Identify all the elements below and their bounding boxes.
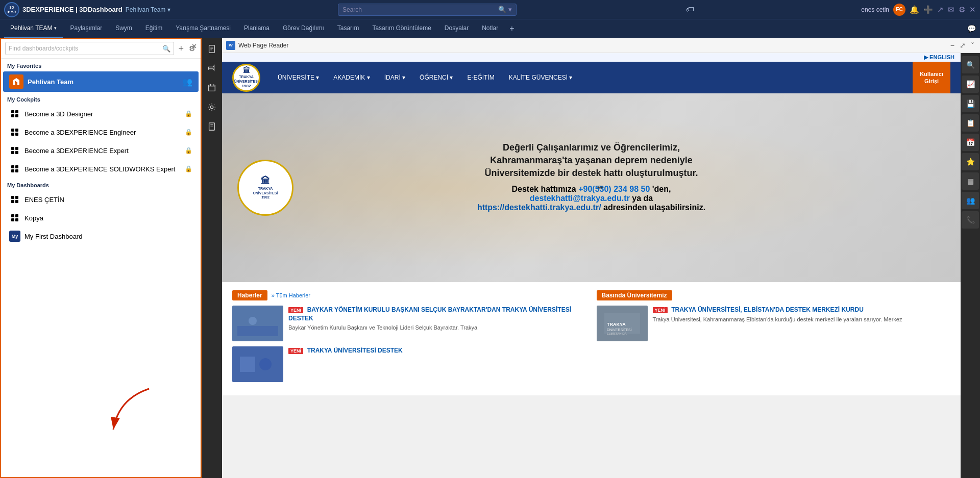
tab-planlama[interactable]: Planlama [238,19,276,38]
news-headline-0[interactable]: BAYKAR YÖNETİM KURULU BAŞKANI SELÇUK BAY… [288,306,571,322]
search-icon[interactable]: 🔍 [498,6,506,13]
tab-gorev[interactable]: Görev Dağılımı [277,19,330,38]
tools-icon[interactable]: ⚙ [959,5,965,14]
bookmark-icon[interactable]: 🏷 [686,5,694,14]
dashboard-label-2: My First Dashboard [24,233,192,240]
news-header: Haberler » Tüm Haberler [232,290,586,300]
tab-swym[interactable]: Swym [109,19,138,38]
dashboard-label-0: ENES ÇETİN [24,196,192,204]
cockpit-grid-icon-2 [9,145,20,156]
team-selector[interactable]: Pehlivan Team ▾ [126,6,171,13]
team-name: Pehlivan Team [126,6,166,13]
rs-phone-button[interactable]: 📞 [962,211,979,229]
nav-akademik[interactable]: AKADEMİK ▾ [326,62,377,93]
nav-login[interactable]: KullanıcıGirişi [913,62,950,93]
rs-people-button[interactable]: 👥 [962,192,979,209]
rs-doc-button[interactable]: 📋 [962,114,979,132]
wpr-icon: W [226,41,235,50]
press-content-0: YENİ TRAKYA ÜNİVERSİTESİ, ELBİSTAN'DA DE… [653,306,951,341]
content-area: W Web Page Reader − ⤢ ˅ ▶ ENGLISH [222,38,980,478]
dashboard-grid-icon-1 [9,212,20,223]
cockpit-item-0[interactable]: Become a 3D Designer 🔒 [3,105,199,122]
cursor-indicator: ⌖ [375,182,603,193]
left-toolbar [202,38,222,478]
press-badge: Basında Üniversitemiz [597,290,672,300]
chat-icon[interactable]: 💬 [967,24,976,33]
send-icon[interactable]: ✉ [948,5,954,14]
news-headline-1[interactable]: TRAKYA ÜNİVERSİTESİ DESTEK [307,347,403,354]
user-avatar[interactable]: FC [893,4,905,16]
news-badge: Haberler [232,290,267,300]
tab-pehlivan-team[interactable]: Pehlivan TEAM ▾ [4,19,63,38]
cockpit-item-3[interactable]: Become a 3DEXPERIENCE SOLIDWORKS Expert … [3,160,199,178]
dashboard-item-2[interactable]: My My First Dashboard [3,228,199,245]
rs-table-button[interactable]: ▦ [962,172,979,190]
nav-universite[interactable]: ÜNİVERSİTE ▾ [271,62,326,93]
toolbar-settings-icon[interactable] [203,98,221,116]
dashboard-item-0[interactable]: ENES ÇETİN [3,191,199,208]
rs-star-button[interactable]: ⭐ [962,153,979,170]
toolbar-announcement-icon[interactable] [203,59,221,78]
wpr-maximize-button[interactable]: ⤢ [958,41,967,49]
cockpit-label-0: Become a 3D Designer [24,110,181,118]
lock-icon-1: 🔒 [185,129,192,136]
tab-dosyalar[interactable]: Dosyalar [438,19,475,38]
dashboard-item-1[interactable]: Kopya [3,209,199,227]
press-header: Basında Üniversitemiz [597,290,951,300]
toolbar-calendar-icon[interactable] [203,79,221,97]
tab-notlar[interactable]: Notlar [476,19,504,38]
search-dropdown-icon[interactable]: ▾ [508,6,512,13]
news-content-0: YENİ BAYKAR YÖNETİM KURULU BAŞKANI SELÇU… [288,306,586,341]
cockpit-label-2: Become a 3DEXPERIENCE Expert [24,147,181,155]
nav-kalite[interactable]: KALİTE GÜVENCESİ ▾ [502,62,580,93]
nav-eegitim[interactable]: E-EĞİTİM [460,62,501,93]
annotation-arrow [103,384,164,446]
cockpit-grid-icon-3 [9,163,20,174]
rs-chart-button[interactable]: 📈 [962,76,979,93]
global-search-bar[interactable]: 🔍 ▾ [338,4,517,16]
tab-label: Tasarım Görüntüleme [372,24,431,32]
toolbar-document-icon[interactable] [203,117,221,136]
add-icon[interactable]: ➕ [923,5,933,14]
news-all-link[interactable]: » Tüm Haberler [272,292,310,298]
wpr-expand-button[interactable]: ˅ [969,41,976,49]
search-input[interactable] [342,6,498,13]
nav-idari[interactable]: İDARİ ▾ [377,62,412,93]
tab-label: Görev Dağılımı [283,24,324,32]
cockpit-item-2[interactable]: Become a 3DEXPERIENCE Expert 🔒 [3,142,199,159]
toolbar-page-icon[interactable] [203,40,221,58]
rs-search-button[interactable]: 🔍 [962,56,979,73]
tab-yarisma[interactable]: Yarışma Şartnamesi [169,19,237,38]
wpr-minimize-button[interactable]: − [949,41,956,49]
news-card-0: YENİ BAYKAR YÖNETİM KURULU BAŞKANI SELÇU… [232,306,586,341]
press-headline-0[interactable]: TRAKYA ÜNİVERSİTESİ, ELBİSTAN'DA DESTEK … [671,306,864,313]
tab-chevron-icon: ▾ [54,26,57,31]
sidebar: 🔍 + ⚙ × My Favorites Pehlivan Team 👥 My … [0,38,202,478]
rs-calendar-button[interactable]: 📅 [962,134,979,151]
dashboard-label-1: Kopya [24,214,192,222]
cockpit-item-1[interactable]: Become a 3DEXPERIENCE Engineer 🔒 [3,123,199,141]
share-icon[interactable]: ↗ [937,5,944,14]
news-content-1: YENİ TRAKYA ÜNİVERSİTESİ DESTEK [288,346,586,382]
tab-tasarim[interactable]: Tasarım [331,19,365,38]
sidebar-close-button[interactable]: × [192,42,197,51]
tab-label: Notlar [482,24,498,32]
tab-egitim[interactable]: Eğitim [139,19,168,38]
dashboard-grid-icon-0 [9,194,20,205]
tab-paylaşımlar[interactable]: Paylaşımlar [64,19,108,38]
sidebar-add-button[interactable]: + [177,42,185,55]
sidebar-search-input[interactable] [9,45,162,52]
app-logo[interactable]: 3D▶ V.R 3DEXPERIENCE | 3DDashboard [4,2,122,17]
sidebar-search[interactable]: 🔍 [5,42,174,55]
english-link[interactable]: ▶ ENGLISH [924,54,954,61]
sidebar-header: 🔍 + ⚙ × [1,39,201,59]
more-icon[interactable]: ✕ [969,5,976,14]
tab-tasarim-goru[interactable]: Tasarım Görüntüleme [366,19,437,38]
news-tag-1: YENİ [288,348,303,354]
nav-ogrenci[interactable]: ÖĞRENCİ ▾ [412,62,460,93]
notifications-icon[interactable]: 🔔 [910,5,919,14]
add-tab-button[interactable]: + [505,24,518,33]
favorite-item-pehlivan-team[interactable]: Pehlivan Team 👥 [3,71,199,92]
svg-rect-17 [237,326,278,336]
rs-save-button[interactable]: 💾 [962,95,979,112]
